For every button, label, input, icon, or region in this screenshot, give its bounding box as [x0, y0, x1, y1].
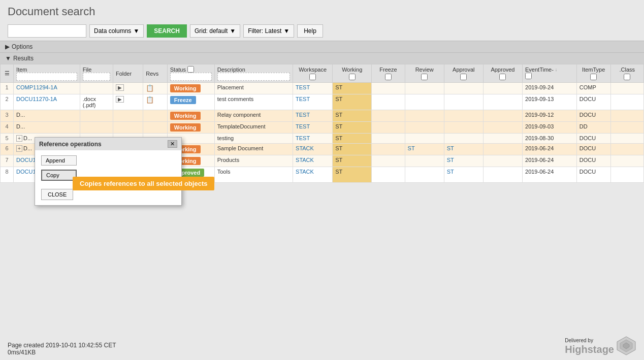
chevron-down-icon: ▼ — [230, 27, 236, 35]
row-freeze — [372, 122, 405, 134]
row-class — [610, 110, 643, 122]
row-description: Relay component — [214, 110, 293, 122]
row-eventtime: 2019-06-24 — [523, 167, 577, 183]
row-approved — [483, 110, 522, 122]
row-working: ST — [333, 110, 372, 122]
row-itemtype: DOCU — [576, 144, 610, 155]
approved-checkbox[interactable] — [499, 74, 506, 80]
row-file — [80, 122, 113, 134]
filter-status[interactable] — [170, 73, 212, 81]
page-size: 0ms/41KB — [8, 349, 116, 356]
row-workspace: TEST — [293, 110, 333, 122]
review-checkbox[interactable] — [421, 74, 428, 80]
row-number: 4 — [1, 122, 14, 134]
workspace-checkbox[interactable] — [309, 74, 316, 80]
status-checkbox[interactable] — [187, 66, 194, 73]
item-link[interactable]: DOCU11270-1A — [16, 96, 57, 102]
row-review: ST — [405, 144, 444, 155]
search-button[interactable]: SEARCH — [147, 24, 187, 38]
chevron-down-icon: ▼ — [5, 55, 11, 62]
row-folder — [113, 122, 143, 134]
footer-right: Delivered by Highstage — [565, 336, 636, 356]
help-button[interactable]: Help — [297, 24, 323, 38]
data-columns-button[interactable]: Data columns ▼ — [89, 24, 144, 38]
append-button[interactable]: Append — [41, 155, 77, 166]
col-header-revs: Revs — [143, 64, 167, 83]
toolbar: Data columns ▼ SEARCH Grid: default ▼ Fi… — [0, 21, 644, 41]
filter-item[interactable] — [16, 73, 77, 81]
status-badge: Working — [170, 112, 201, 120]
footer: Page created 2019-10-01 10:42:55 CET 0ms… — [0, 332, 644, 360]
modal-close-x-button[interactable]: ✕ — [168, 140, 177, 148]
close-button[interactable]: CLOSE — [41, 189, 73, 200]
row-number: 7 — [1, 155, 14, 167]
copy-icon[interactable]: 📋 — [146, 96, 154, 104]
row-revs — [143, 122, 167, 134]
row-number: 2 — [1, 94, 14, 110]
row-revs: 📋 — [143, 83, 167, 94]
filter-desc[interactable] — [217, 73, 290, 81]
filter-dropdown-button[interactable]: Filter: Latest ▼ — [243, 24, 294, 38]
copy-tooltip: Copies references to all selected object… — [73, 177, 214, 190]
row-revs: 📋 — [143, 94, 167, 110]
row-class — [610, 94, 643, 110]
row-status: Freeze — [167, 94, 214, 110]
item-link[interactable]: COMP11294-1A — [16, 84, 57, 90]
itemtype-checkbox[interactable] — [590, 74, 597, 80]
folder-expand-button[interactable]: ▶ — [116, 96, 124, 103]
row-freeze — [372, 94, 405, 110]
row-itemtype: DOCU — [576, 167, 610, 183]
copy-button[interactable]: Copy — [41, 170, 77, 181]
row-review — [405, 110, 444, 122]
row-revs — [143, 110, 167, 122]
table-row: 2DOCU11270-1A.docx (.pdf)▶📋Freezetest co… — [1, 94, 644, 110]
row-number: 8 — [1, 167, 14, 183]
row-item: D... — [14, 110, 80, 122]
row-item: DOCU11270-1A — [14, 94, 80, 110]
freeze-checkbox[interactable] — [385, 74, 392, 80]
class-checkbox[interactable] — [624, 74, 630, 80]
results-section-header[interactable]: ▼ Results — [0, 52, 644, 64]
row-freeze — [372, 110, 405, 122]
row-workspace: TEST — [293, 83, 333, 94]
row-review — [405, 134, 444, 144]
col-header-class: .Class — [610, 64, 643, 83]
expand-row-button[interactable]: + — [16, 145, 22, 152]
row-approved — [483, 122, 522, 134]
row-freeze — [372, 83, 405, 94]
row-item: D... — [14, 122, 80, 134]
eventtime-checkbox[interactable] — [525, 73, 532, 79]
row-approved — [483, 83, 522, 94]
filter-file[interactable] — [83, 73, 110, 81]
search-input[interactable] — [8, 24, 86, 38]
options-section-header[interactable]: ▶ Options — [0, 41, 644, 52]
row-item: COMP11294-1A — [14, 83, 80, 94]
row-approved — [483, 144, 522, 155]
working-checkbox[interactable] — [349, 74, 356, 80]
row-approval — [444, 94, 483, 110]
row-itemtype: DOCU — [576, 134, 610, 144]
expand-row-button[interactable]: + — [16, 135, 22, 142]
approval-checkbox[interactable] — [460, 74, 467, 80]
row-folder — [113, 110, 143, 122]
row-working: ST — [333, 167, 372, 183]
col-header-review: Review — [405, 64, 444, 83]
row-freeze — [372, 155, 405, 167]
col-header-eventtime: EventTime-↓ — [523, 64, 577, 83]
row-itemtype: DOCU — [576, 110, 610, 122]
grid-dropdown-button[interactable]: Grid: default ▼ — [190, 24, 240, 38]
row-working: ST — [333, 155, 372, 167]
row-approval: ST — [444, 155, 483, 167]
col-header-num: ☰ — [1, 64, 14, 83]
col-header-approval: Approval — [444, 64, 483, 83]
folder-expand-button[interactable]: ▶ — [116, 84, 124, 91]
copy-icon[interactable]: 📋 — [146, 84, 154, 92]
page-created: Page created 2019-10-01 10:42:55 CET — [8, 342, 116, 349]
row-file — [80, 83, 113, 94]
hamburger-icon: ☰ — [5, 70, 10, 77]
row-description: Tools — [214, 167, 293, 183]
row-workspace: TEST — [293, 122, 333, 134]
row-class — [610, 144, 643, 155]
sort-arrow-icon: ↓ — [555, 67, 558, 72]
row-working: ST — [333, 94, 372, 110]
